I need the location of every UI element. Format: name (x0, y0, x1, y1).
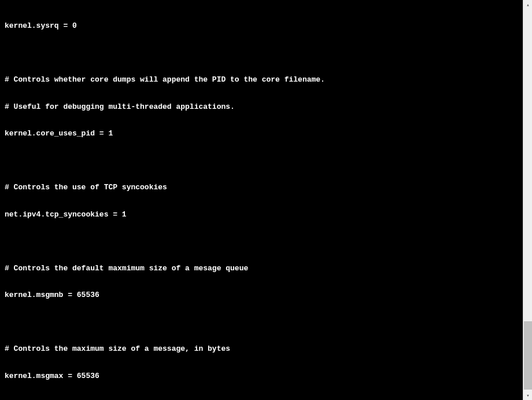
terminal-window: kernel.sysrq = 0 # Controls whether core… (0, 0, 532, 400)
config-line (5, 237, 518, 246)
config-line (5, 49, 518, 58)
config-line: net.ipv4.tcp_syncookies = 1 (5, 210, 518, 219)
scrollbar-thumb[interactable] (524, 321, 532, 390)
terminal-content-area[interactable]: kernel.sysrq = 0 # Controls whether core… (0, 0, 523, 400)
config-line (5, 318, 518, 327)
config-line: kernel.msgmax = 65536 (5, 372, 518, 381)
config-line: # Useful for debugging multi-threaded ap… (5, 102, 518, 112)
scroll-up-arrow-icon[interactable]: ▴ (523, 0, 532, 9)
config-line: # Controls the maximum size of a message… (5, 344, 518, 354)
config-line: # Controls whether core dumps will appen… (5, 75, 518, 85)
vertical-scrollbar[interactable]: ▴ ▾ (523, 0, 532, 400)
config-line: # Controls the use of TCP syncookies (5, 183, 518, 192)
config-line (5, 156, 518, 166)
scroll-down-arrow-icon[interactable]: ▾ (523, 391, 532, 400)
config-line: kernel.core_uses_pid = 1 (5, 129, 518, 138)
config-line: kernel.sysrq = 0 (5, 21, 518, 31)
config-line: kernel.msgmnb = 65536 (5, 291, 518, 300)
config-line: # Controls the default maxmimum size of … (5, 264, 518, 273)
